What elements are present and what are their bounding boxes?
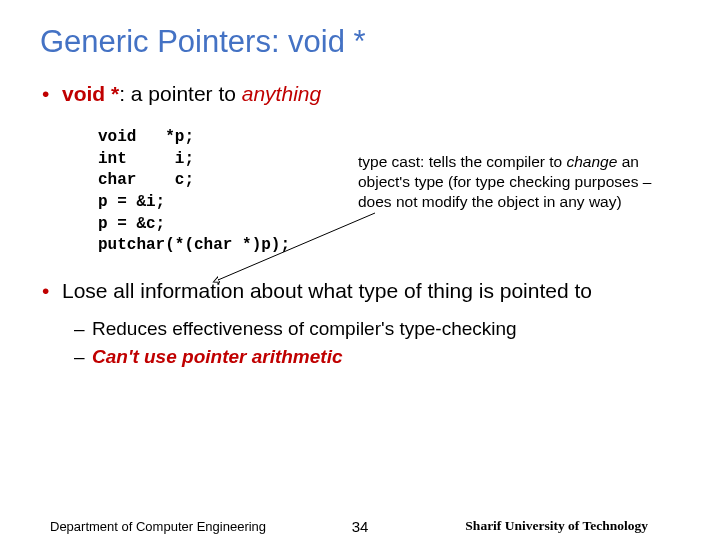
bullet-void-pointer: void *: a pointer to anything — [40, 80, 680, 107]
slide-content: Generic Pointers: void * void *: a point… — [0, 0, 720, 540]
anything-label: anything — [242, 82, 321, 105]
bullet-list-2: Lose all information about what type of … — [40, 277, 680, 370]
footer-university: Sharif University of Technology — [465, 518, 648, 534]
bullet-lose-info: Lose all information about what type of … — [40, 277, 680, 304]
bullet-text: : a pointer to — [119, 82, 242, 105]
annotation-pre: type cast: tells the compiler to — [358, 153, 566, 170]
bullet-arithmetic-text: Can't use pointer arithmetic — [92, 346, 343, 367]
bullet-list: void *: a pointer to anything — [40, 80, 680, 107]
bullet-reduces: Reduces effectiveness of compiler's type… — [40, 316, 680, 342]
annotation-change: change — [566, 153, 617, 170]
void-star-label: void * — [62, 82, 119, 105]
slide-title: Generic Pointers: void * — [40, 24, 680, 60]
typecast-annotation: type cast: tells the compiler to change … — [358, 152, 688, 212]
bullet-arithmetic: Can't use pointer arithmetic — [40, 344, 680, 370]
footer-department: Department of Computer Engineering — [50, 519, 266, 534]
page-number: 34 — [352, 518, 369, 535]
